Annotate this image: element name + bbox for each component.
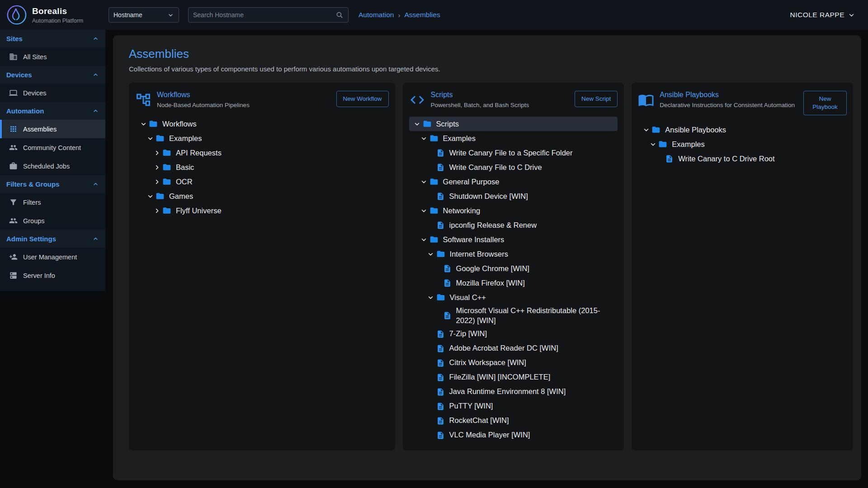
tree-file-putty-win[interactable]: PuTTY [WIN] bbox=[409, 399, 618, 413]
tree-file-microsoft-visual-c-redistributable-2015-2022-win[interactable]: Microsoft Visual C++ Redistributable (20… bbox=[409, 305, 618, 327]
tree-folder-software-installers[interactable]: Software Installers bbox=[409, 232, 618, 247]
tree-file-shutdown-device-win[interactable]: Shutdown Device [WIN] bbox=[409, 189, 618, 203]
breadcrumb-assemblies[interactable]: Assemblies bbox=[404, 11, 440, 19]
tree-folder-examples[interactable]: Examples bbox=[638, 137, 847, 151]
tree-file-google-chrome-win[interactable]: Google Chrome [WIN] bbox=[409, 261, 618, 276]
chevron-down-icon[interactable] bbox=[641, 126, 651, 134]
workflows-tree: WorkflowsExamplesAPI RequestsBasicOCRGam… bbox=[135, 117, 389, 218]
chevron-down-icon[interactable] bbox=[425, 250, 436, 258]
search-icon[interactable] bbox=[335, 11, 344, 19]
new-script-button[interactable]: New Script bbox=[575, 91, 618, 107]
user-name: NICOLE RAPPE bbox=[790, 11, 844, 19]
groups-icon bbox=[9, 216, 18, 225]
tree-file-write-canary-file-to-a-specific-folder[interactable]: Write Canary File to a Specific Folder bbox=[409, 145, 618, 160]
chevron-down-icon bbox=[848, 11, 855, 19]
hostname-select[interactable]: Hostname bbox=[108, 7, 179, 23]
chevron-down-icon[interactable] bbox=[145, 135, 156, 142]
sidebar-item-server-info[interactable]: Server Info bbox=[0, 266, 105, 285]
chevron-up-icon bbox=[92, 108, 99, 114]
chevron-down-icon[interactable] bbox=[138, 120, 149, 128]
chevron-up-icon bbox=[92, 235, 99, 242]
tree-item-label: Mozilla Firefox [WIN] bbox=[456, 277, 525, 289]
sidebar-item-scheduled-jobs[interactable]: Scheduled Jobs bbox=[0, 157, 105, 175]
chevron-down-icon[interactable] bbox=[419, 135, 429, 142]
tree-folder-workflows[interactable]: Workflows bbox=[135, 117, 389, 131]
new-workflow-button[interactable]: New Workflow bbox=[336, 91, 389, 107]
tree-folder-scripts[interactable]: Scripts bbox=[409, 117, 618, 131]
tree-item-label: Write Canary File to a Specific Folder bbox=[449, 147, 573, 159]
sidebar-item-devices[interactable]: Devices bbox=[0, 84, 105, 102]
tree-file-vlc-media-player-win[interactable]: VLC Media Player [WIN] bbox=[409, 428, 618, 442]
chevron-right-icon[interactable] bbox=[151, 207, 162, 215]
folder-icon bbox=[156, 134, 165, 143]
search-input[interactable] bbox=[193, 11, 335, 19]
chevron-down-icon[interactable] bbox=[419, 207, 429, 215]
tree-file-write-canary-to-c-drive-root[interactable]: Write Canary to C Drive Root bbox=[638, 151, 847, 166]
tree-folder-visual-c[interactable]: Visual C++ bbox=[409, 290, 618, 305]
sidebar-section-automation[interactable]: Automation bbox=[0, 102, 105, 120]
tree-folder-general-purpose[interactable]: General Purpose bbox=[409, 174, 618, 189]
tree-file-java-runtime-environment-8-win[interactable]: Java Runtime Environment 8 [WIN] bbox=[409, 385, 618, 399]
tree-item-label: Workflows bbox=[162, 118, 197, 130]
sidebar-item-assemblies[interactable]: Assemblies bbox=[0, 120, 105, 138]
sidebar-item-community-content[interactable]: Community Content bbox=[0, 138, 105, 157]
breadcrumb-automation[interactable]: Automation bbox=[359, 11, 394, 19]
new-playbook-button[interactable]: New Playbook bbox=[803, 91, 847, 115]
chevron-down-icon[interactable] bbox=[419, 178, 429, 186]
file-icon bbox=[436, 192, 445, 201]
sidebar-item-label: Groups bbox=[23, 217, 45, 225]
chevron-down-icon[interactable] bbox=[419, 236, 429, 244]
chevron-down-icon[interactable] bbox=[425, 294, 436, 301]
tree-file-citrix-workspace-win[interactable]: Citrix Workspace [WIN] bbox=[409, 356, 618, 370]
tree-item-label: Google Chrome [WIN] bbox=[456, 263, 529, 275]
tree-folder-networking[interactable]: Networking bbox=[409, 203, 618, 218]
tree-folder-examples[interactable]: Examples bbox=[135, 131, 389, 145]
tree-file-rocketchat-win[interactable]: RocketChat [WIN] bbox=[409, 413, 618, 428]
tree-file-filezilla-win-incomplete[interactable]: FileZilla [WIN] [INCOMPLETE] bbox=[409, 370, 618, 385]
tree-item-label: API Requests bbox=[176, 147, 222, 159]
chevron-down-icon bbox=[167, 12, 174, 19]
chevron-right-icon[interactable] bbox=[151, 164, 162, 171]
sidebar-section-sites[interactable]: Sites bbox=[0, 30, 105, 47]
file-icon bbox=[436, 163, 445, 172]
tree-folder-internet-browsers[interactable]: Internet Browsers bbox=[409, 247, 618, 261]
brand-text: Borealis Automation Platform bbox=[32, 6, 83, 24]
file-icon bbox=[436, 149, 445, 157]
chevron-down-icon[interactable] bbox=[145, 192, 156, 200]
sidebar-section-admin-settings[interactable]: Admin Settings bbox=[0, 230, 105, 248]
tree-folder-games[interactable]: Games bbox=[135, 189, 389, 203]
tree-file-mozilla-firefox-win[interactable]: Mozilla Firefox [WIN] bbox=[409, 276, 618, 290]
chevron-right-icon[interactable] bbox=[151, 178, 162, 186]
sidebar-section-devices[interactable]: Devices bbox=[0, 66, 105, 84]
scripts-card: Scripts Powershell, Batch, and Bash Scri… bbox=[403, 83, 624, 450]
user-management-icon bbox=[9, 253, 18, 261]
sidebar-item-label: Scheduled Jobs bbox=[23, 163, 70, 170]
assembly-cards: Workflows Node-Based Automation Pipeline… bbox=[129, 83, 853, 450]
file-icon bbox=[436, 330, 445, 338]
sidebar-item-filters[interactable]: Filters bbox=[0, 193, 105, 211]
tree-folder-basic[interactable]: Basic bbox=[135, 160, 389, 174]
tree-folder-flyff-universe[interactable]: Flyff Universe bbox=[135, 203, 389, 218]
chevron-right-icon[interactable] bbox=[151, 149, 162, 157]
tree-folder-api-requests[interactable]: API Requests bbox=[135, 145, 389, 160]
card-title: Workflows bbox=[157, 91, 331, 99]
sidebar-item-groups[interactable]: Groups bbox=[0, 211, 105, 230]
tree-item-label: Citrix Workspace [WIN] bbox=[449, 357, 526, 369]
playbooks-card-header: Ansible Playbooks Declarative Instructio… bbox=[638, 91, 847, 115]
file-icon bbox=[665, 155, 674, 163]
chevron-down-icon[interactable] bbox=[647, 141, 658, 148]
chevron-down-icon[interactable] bbox=[412, 120, 423, 128]
tree-item-label: Write Canary File to C Drive bbox=[449, 161, 542, 174]
tree-file-7-zip-win[interactable]: 7-Zip [WIN] bbox=[409, 327, 618, 341]
tree-folder-examples[interactable]: Examples bbox=[409, 131, 618, 145]
tree-file-adobe-acrobat-reader-dc-win[interactable]: Adobe Acrobat Reader DC [WIN] bbox=[409, 341, 618, 356]
tree-file-ipconfig-release-renew[interactable]: ipconfig Release & Renew bbox=[409, 218, 618, 232]
tree-file-write-canary-file-to-c-drive[interactable]: Write Canary File to C Drive bbox=[409, 160, 618, 174]
tree-folder-ocr[interactable]: OCR bbox=[135, 174, 389, 189]
sidebar-item-user-management[interactable]: User Management bbox=[0, 248, 105, 266]
user-menu[interactable]: NICOLE RAPPE bbox=[790, 11, 855, 19]
sidebar-section-filters-groups[interactable]: Filters & Groups bbox=[0, 175, 105, 193]
tree-folder-ansible-playbooks[interactable]: Ansible Playbooks bbox=[638, 122, 847, 137]
tree-item-label: Ansible Playbooks bbox=[665, 124, 726, 136]
sidebar-item-all-sites[interactable]: All Sites bbox=[0, 47, 105, 66]
